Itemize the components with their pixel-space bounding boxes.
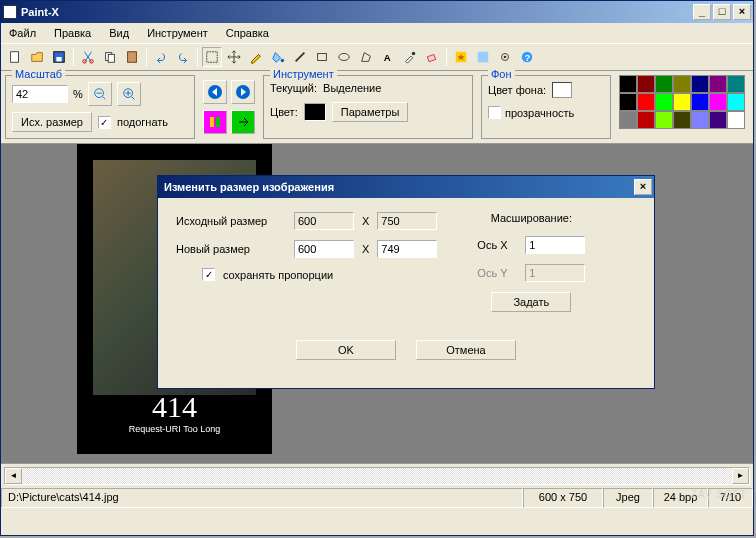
src-height-input bbox=[377, 212, 437, 230]
minimize-button[interactable]: _ bbox=[693, 4, 711, 20]
rect-icon[interactable] bbox=[312, 47, 332, 67]
fill-icon[interactable] bbox=[268, 47, 288, 67]
main-toolbar: A ? bbox=[1, 44, 753, 71]
dialog-title: Изменить размер изображения bbox=[160, 181, 632, 193]
color-swatch[interactable] bbox=[304, 103, 326, 121]
help-icon[interactable]: ? bbox=[517, 47, 537, 67]
text-icon[interactable]: A bbox=[378, 47, 398, 67]
params-button[interactable]: Параметры bbox=[332, 102, 409, 122]
menu-file[interactable]: Файл bbox=[9, 27, 36, 39]
copy-icon[interactable] bbox=[100, 47, 120, 67]
palette-swatch[interactable] bbox=[709, 93, 727, 111]
palette-swatch[interactable] bbox=[691, 75, 709, 93]
palette-swatch[interactable] bbox=[673, 93, 691, 111]
new-icon[interactable] bbox=[5, 47, 25, 67]
save-icon[interactable] bbox=[49, 47, 69, 67]
fit-checkbox[interactable]: ✓ bbox=[98, 116, 111, 129]
palette-swatch[interactable] bbox=[655, 93, 673, 111]
current-tool-label: Текущий: bbox=[270, 82, 317, 94]
palette-swatch[interactable] bbox=[709, 75, 727, 93]
svg-line-24 bbox=[102, 97, 105, 100]
cancel-button[interactable]: Отмена bbox=[416, 340, 516, 360]
scale-x-input[interactable] bbox=[525, 236, 585, 254]
line-icon[interactable] bbox=[290, 47, 310, 67]
undo-icon[interactable] bbox=[151, 47, 171, 67]
dialog-titlebar: Изменить размер изображения × bbox=[158, 176, 654, 198]
watermark: ZAV SOFT bbox=[691, 489, 747, 500]
zoom-out-button[interactable] bbox=[88, 82, 112, 106]
palette-swatch[interactable] bbox=[637, 75, 655, 93]
close-button[interactable]: × bbox=[733, 4, 751, 20]
scroll-right-button[interactable]: ► bbox=[732, 468, 749, 484]
palette-swatch[interactable] bbox=[691, 93, 709, 111]
eyedrop-icon[interactable] bbox=[400, 47, 420, 67]
status-dims: 600 x 750 bbox=[523, 488, 603, 508]
palette-swatch[interactable] bbox=[619, 93, 637, 111]
new-width-input[interactable] bbox=[294, 240, 354, 258]
bg-legend: Фон bbox=[488, 68, 515, 80]
palette-swatch[interactable] bbox=[637, 111, 655, 129]
menu-help[interactable]: Справка bbox=[226, 27, 269, 39]
redo-icon[interactable] bbox=[173, 47, 193, 67]
keep-aspect-label: сохранять пропорции bbox=[223, 269, 333, 281]
h-scrollbar[interactable]: ◄ ► bbox=[4, 467, 750, 485]
polygon-icon[interactable] bbox=[356, 47, 376, 67]
scale-input[interactable] bbox=[12, 85, 68, 103]
app-title: Paint-X bbox=[21, 6, 691, 18]
open-icon[interactable] bbox=[27, 47, 47, 67]
next-button[interactable] bbox=[231, 80, 255, 104]
transparency-checkbox[interactable] bbox=[488, 106, 501, 119]
ok-button[interactable]: OK bbox=[296, 340, 396, 360]
zoom-in-button[interactable] bbox=[117, 82, 141, 106]
move-icon[interactable] bbox=[224, 47, 244, 67]
scroll-left-button[interactable]: ◄ bbox=[5, 468, 22, 484]
svg-rect-11 bbox=[318, 54, 327, 61]
maximize-button[interactable]: □ bbox=[713, 4, 731, 20]
menu-tool[interactable]: Инструмент bbox=[147, 27, 208, 39]
svg-text:?: ? bbox=[524, 52, 530, 63]
statusbar: D:\Picture\cats\414.jpg 600 x 750 Jpeg 2… bbox=[1, 488, 753, 508]
svg-text:A: A bbox=[384, 52, 391, 63]
scale-panel: Масштаб % Исх. размер ✓ подогнать bbox=[5, 75, 195, 139]
palette-swatch[interactable] bbox=[637, 93, 655, 111]
svg-point-14 bbox=[412, 52, 416, 56]
effect2-icon[interactable] bbox=[473, 47, 493, 67]
pencil-icon[interactable] bbox=[246, 47, 266, 67]
scaling-label: Масширование: bbox=[477, 212, 585, 224]
palette-swatch[interactable] bbox=[655, 111, 673, 129]
color-palette[interactable] bbox=[619, 75, 745, 139]
palette-swatch[interactable] bbox=[655, 75, 673, 93]
nav3-button[interactable] bbox=[203, 110, 227, 134]
dialog-close-button[interactable]: × bbox=[634, 179, 652, 195]
menu-view[interactable]: Вид bbox=[109, 27, 129, 39]
prev-button[interactable] bbox=[203, 80, 227, 104]
bg-color-swatch[interactable] bbox=[552, 82, 572, 98]
palette-swatch[interactable] bbox=[619, 75, 637, 93]
select-icon[interactable] bbox=[202, 47, 222, 67]
palette-swatch[interactable] bbox=[727, 93, 745, 111]
nav4-button[interactable] bbox=[231, 110, 255, 134]
palette-swatch[interactable] bbox=[727, 111, 745, 129]
tool-panel: Инструмент Текущий: Выделение Цвет: Пара… bbox=[263, 75, 473, 139]
src-size-label: Исходный размер bbox=[176, 215, 286, 227]
palette-swatch[interactable] bbox=[673, 111, 691, 129]
eraser-icon[interactable] bbox=[422, 47, 442, 67]
status-path: D:\Picture\cats\414.jpg bbox=[1, 488, 523, 508]
cut-icon[interactable] bbox=[78, 47, 98, 67]
gear-icon[interactable] bbox=[495, 47, 515, 67]
menu-edit[interactable]: Правка bbox=[54, 27, 91, 39]
reset-zoom-button[interactable]: Исх. размер bbox=[12, 112, 92, 132]
palette-swatch[interactable] bbox=[727, 75, 745, 93]
ellipse-icon[interactable] bbox=[334, 47, 354, 67]
new-height-input[interactable] bbox=[377, 240, 437, 258]
palette-swatch[interactable] bbox=[709, 111, 727, 129]
set-button[interactable]: Задать bbox=[491, 292, 571, 312]
axis-y-label: Ось Y bbox=[477, 267, 517, 279]
scroll-track[interactable] bbox=[22, 468, 732, 484]
keep-aspect-checkbox[interactable]: ✓ bbox=[202, 268, 215, 281]
palette-swatch[interactable] bbox=[673, 75, 691, 93]
palette-swatch[interactable] bbox=[691, 111, 709, 129]
effect1-icon[interactable] bbox=[451, 47, 471, 67]
paste-icon[interactable] bbox=[122, 47, 142, 67]
palette-swatch[interactable] bbox=[619, 111, 637, 129]
